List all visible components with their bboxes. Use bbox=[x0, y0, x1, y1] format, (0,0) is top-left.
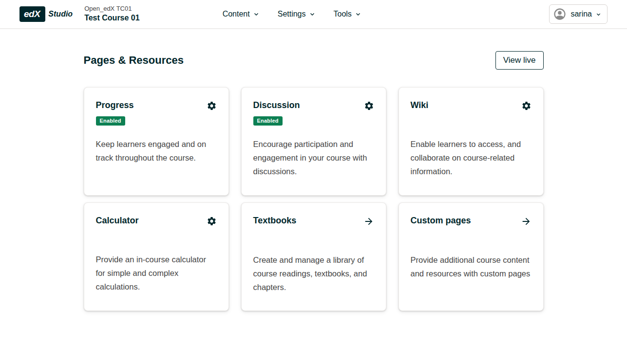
card-discussion[interactable]: Discussion Enabled Encourage participati… bbox=[241, 87, 386, 196]
card-description: Enable learners to access, and collabora… bbox=[411, 137, 532, 178]
chevron-down-icon bbox=[596, 12, 601, 17]
card-description: Provide an in-course calculator for simp… bbox=[96, 253, 217, 293]
settings-button[interactable] bbox=[521, 101, 532, 111]
nav-content-label: Content bbox=[223, 10, 250, 18]
studio-logo-label: Studio bbox=[48, 10, 73, 18]
course-title: Test Course 01 bbox=[84, 13, 140, 23]
avatar-icon bbox=[553, 7, 567, 21]
nav-settings[interactable]: Settings bbox=[277, 7, 316, 21]
chevron-down-icon bbox=[253, 11, 259, 17]
edx-logo: edX bbox=[19, 6, 45, 22]
settings-button[interactable] bbox=[207, 101, 217, 111]
nav-tools-label: Tools bbox=[334, 10, 352, 18]
settings-button[interactable] bbox=[364, 101, 374, 111]
page-header: Pages & Resources View live bbox=[84, 51, 544, 70]
card-wiki[interactable]: Wiki Enable learners to access, and coll… bbox=[399, 87, 544, 196]
card-description: Keep learners engaged and on track throu… bbox=[96, 137, 217, 164]
studio-logo[interactable]: edX Studio bbox=[19, 6, 73, 22]
settings-button[interactable] bbox=[207, 216, 217, 226]
card-title: Wiki bbox=[411, 100, 429, 110]
gear-icon bbox=[207, 101, 217, 111]
main-content: Pages & Resources View live Progress Ena… bbox=[84, 51, 544, 340]
top-header: edX Studio Open_edX TC01 Test Course 01 … bbox=[0, 0, 627, 29]
nav-settings-label: Settings bbox=[278, 10, 306, 18]
card-textbooks[interactable]: Textbooks Create and manage a library of… bbox=[241, 202, 386, 311]
nav-tools[interactable]: Tools bbox=[333, 7, 362, 21]
arrow-right-icon bbox=[363, 216, 374, 227]
chevron-down-icon bbox=[309, 11, 315, 17]
nav-content[interactable]: Content bbox=[222, 7, 260, 21]
view-live-button[interactable]: View live bbox=[495, 51, 544, 70]
card-progress[interactable]: Progress Enabled Keep learners engaged a… bbox=[84, 87, 229, 196]
card-custom-pages[interactable]: Custom pages Provide additional course c… bbox=[399, 202, 544, 311]
card-title: Discussion bbox=[253, 100, 300, 110]
card-description: Encourage participation and engagement i… bbox=[253, 137, 374, 178]
arrow-right-icon bbox=[521, 216, 532, 227]
card-title: Progress bbox=[96, 100, 134, 110]
chevron-down-icon bbox=[355, 11, 361, 17]
course-org: Open_edX TC01 bbox=[84, 5, 140, 13]
course-meta: Open_edX TC01 Test Course 01 bbox=[84, 5, 140, 23]
gear-icon bbox=[521, 101, 532, 111]
cards-grid: Progress Enabled Keep learners engaged a… bbox=[84, 87, 544, 311]
card-title: Textbooks bbox=[253, 216, 297, 226]
card-description: Provide additional course content and re… bbox=[411, 253, 532, 280]
gear-icon bbox=[207, 216, 217, 226]
card-calculator[interactable]: Calculator Provide an in-course calculat… bbox=[84, 202, 229, 311]
page-title: Pages & Resources bbox=[84, 54, 184, 67]
status-badge: Enabled bbox=[253, 116, 283, 126]
user-menu-button[interactable]: sarina bbox=[549, 4, 608, 24]
status-badge: Enabled bbox=[96, 116, 125, 126]
gear-icon bbox=[364, 101, 374, 111]
card-description: Create and manage a library of course re… bbox=[253, 253, 374, 294]
open-page-button[interactable] bbox=[521, 216, 532, 227]
user-name: sarina bbox=[570, 10, 592, 18]
card-title: Calculator bbox=[96, 216, 139, 226]
main-nav: Content Settings Tools bbox=[222, 7, 362, 21]
card-title: Custom pages bbox=[411, 216, 471, 226]
open-page-button[interactable] bbox=[363, 216, 374, 227]
